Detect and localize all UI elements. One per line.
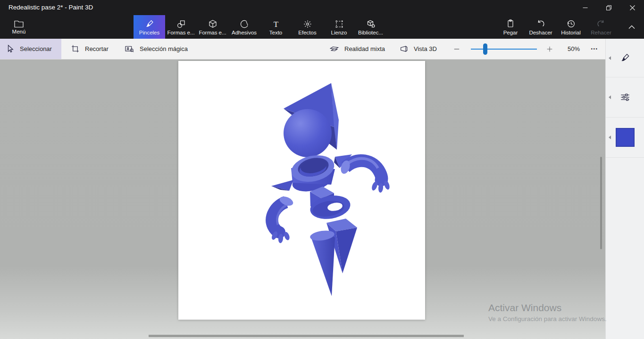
- zoom-slider-thumb[interactable]: [483, 43, 487, 55]
- action-label: Deshacer: [529, 30, 552, 35]
- sidebar-section-color[interactable]: [606, 118, 644, 158]
- ellipsis-icon: •••: [591, 46, 598, 51]
- tab-lienzo[interactable]: Lienzo: [323, 15, 355, 39]
- tab-efectos[interactable]: Efectos: [292, 15, 323, 39]
- tab-texto[interactable]: T Texto: [260, 15, 292, 39]
- magic-select-label: Selección mágica: [140, 45, 188, 52]
- view-3d-label: Vista 3D: [414, 45, 437, 52]
- cube-3d-icon: [208, 19, 218, 29]
- undo-button[interactable]: Deshacer: [526, 15, 556, 39]
- close-button[interactable]: [620, 0, 644, 15]
- brush-icon: [619, 52, 631, 64]
- library-icon: [366, 19, 376, 29]
- zoom-slider-track[interactable]: [471, 49, 537, 50]
- brush-icon: [144, 19, 155, 29]
- plus-icon: [547, 45, 552, 53]
- minus-icon: [454, 45, 460, 53]
- ribbon-tabs: Pinceles Formas e... Formas e...: [134, 15, 386, 39]
- more-options-button[interactable]: •••: [586, 39, 603, 59]
- ribbon: Menú Pinceles Formas e...: [0, 15, 644, 39]
- sidebar-section-brushes[interactable]: [606, 39, 644, 77]
- action-label: Pegar: [503, 30, 518, 35]
- tab-label: Adhesivos: [232, 30, 257, 35]
- effects-sun-icon: [302, 19, 313, 29]
- crop-label: Recortar: [85, 45, 109, 52]
- paste-button[interactable]: Pegar: [495, 15, 526, 39]
- chevron-up-icon: [627, 24, 636, 30]
- cursor-icon: [6, 44, 15, 53]
- collapse-arrow-icon[interactable]: [609, 56, 611, 60]
- close-icon: [630, 5, 635, 10]
- collapse-arrow-icon[interactable]: [609, 136, 611, 139]
- title-bar: Redealistic pase 2* - Paint 3D: [0, 0, 644, 15]
- sticker-icon: [239, 19, 250, 29]
- figure-left-leg-cone: [309, 229, 335, 296]
- workspace: [0, 59, 605, 339]
- tab-label: Bibliotec...: [358, 30, 383, 35]
- tab-label: Efectos: [298, 30, 316, 35]
- collapse-ribbon-button[interactable]: [622, 15, 641, 39]
- tab-biblioteca[interactable]: Bibliotec...: [355, 15, 386, 39]
- text-icon: T: [271, 19, 281, 29]
- view-3d-button[interactable]: Vista 3D: [393, 39, 443, 59]
- shapes-2d-icon: [176, 19, 186, 29]
- mixed-reality-icon: [329, 44, 339, 53]
- zoom-percent-value: 50%: [568, 45, 580, 52]
- figure-head-sphere: [284, 109, 332, 157]
- zoom-in-button[interactable]: [541, 39, 558, 59]
- undo-icon: [535, 18, 546, 29]
- menu-label: Menú: [12, 29, 26, 34]
- vertical-scrollbar[interactable]: [600, 157, 602, 249]
- mixed-reality-label: Realidad mixta: [344, 45, 385, 52]
- paste-icon: [505, 18, 516, 29]
- select-button[interactable]: Seleccionar: [0, 39, 61, 59]
- ribbon-actions: Pegar Deshacer Historial: [495, 15, 616, 39]
- figure-left-shard: [271, 180, 293, 191]
- tab-pinceles[interactable]: Pinceles: [134, 15, 165, 39]
- zoom-slider[interactable]: [471, 39, 537, 59]
- mixed-reality-button[interactable]: Realidad mixta: [324, 39, 391, 59]
- crop-button[interactable]: Recortar: [65, 39, 114, 59]
- history-icon: [566, 18, 576, 29]
- tab-label: Formas e...: [167, 30, 194, 35]
- tab-label: Formas e...: [199, 30, 226, 35]
- tab-formas-2d[interactable]: Formas e...: [165, 15, 197, 39]
- tab-label: Lienzo: [331, 30, 347, 35]
- sidebar-section-adjustments[interactable]: [606, 77, 644, 118]
- 3d-figure[interactable]: [264, 79, 399, 301]
- color-swatch[interactable]: [616, 128, 635, 147]
- view-3d-icon: [399, 44, 409, 53]
- restore-button[interactable]: [597, 0, 620, 15]
- redo-icon: [596, 18, 606, 29]
- redo-button[interactable]: Rehacer: [586, 15, 616, 39]
- minimize-button[interactable]: [573, 0, 597, 15]
- restore-icon: [606, 5, 611, 10]
- magic-select-button[interactable]: Selección mágica: [119, 39, 193, 59]
- folder-icon: [14, 20, 24, 28]
- minimize-icon: [583, 5, 588, 10]
- menu-button[interactable]: Menú: [7, 15, 31, 39]
- toolbar: Seleccionar Recortar Selección mágica: [0, 39, 605, 59]
- select-label: Seleccionar: [20, 45, 52, 52]
- action-label: Historial: [561, 30, 581, 35]
- window-title: Redealistic pase 2* - Paint 3D: [8, 4, 93, 11]
- canvas-frame-icon: [334, 19, 344, 29]
- crop-icon: [71, 44, 80, 53]
- tab-label: Texto: [269, 30, 283, 35]
- figure-left-arm: [270, 195, 294, 243]
- tab-formas-3d[interactable]: Formas e...: [197, 15, 228, 39]
- svg-text:T: T: [273, 19, 278, 28]
- window-controls: [573, 0, 644, 15]
- magic-select-icon: [125, 44, 134, 53]
- zoom-out-button[interactable]: [448, 39, 465, 59]
- collapse-arrow-icon[interactable]: [609, 95, 611, 99]
- history-button[interactable]: Historial: [556, 15, 586, 39]
- adjustments-icon: [619, 92, 631, 103]
- tab-label: Pinceles: [139, 30, 159, 35]
- tab-adhesivos[interactable]: Adhesivos: [228, 15, 260, 39]
- paint3d-window: Redealistic pase 2* - Paint 3D: [0, 0, 644, 339]
- horizontal-scrollbar[interactable]: [149, 335, 464, 337]
- zoom-percent[interactable]: 50%: [562, 39, 585, 59]
- figure-torso-cylinder: [289, 152, 336, 195]
- figure-right-arm: [339, 159, 391, 193]
